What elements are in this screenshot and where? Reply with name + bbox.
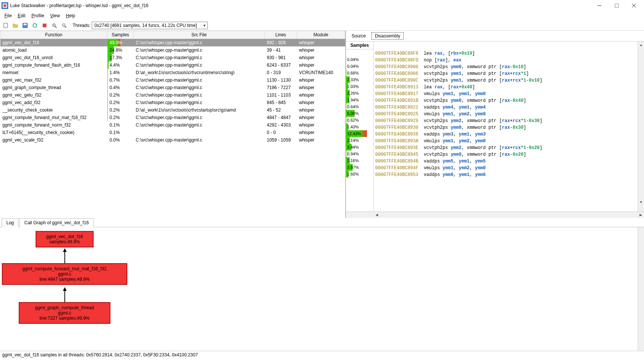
svg-rect-9 [24,24,27,25]
asm-line[interactable]: 00007FFE40BC88FD nop [rax], eax [375,58,636,64]
svg-marker-22 [63,287,67,291]
asm-line[interactable]: 00007FFE40BC8921 vaddps ymm4, ymm1, ymm4 [375,105,636,112]
samples-header: Samples [346,42,373,49]
asm-line[interactable]: 00007FFE40BC893A vmulps ymm1, ymm2, ymm0 [375,139,636,145]
table-row[interactable]: ggml_vec_dot_f1649.9%C:\src\whisper.cpp-… [0,39,345,47]
open-icon[interactable] [11,21,19,30]
call-graph[interactable]: ggml_vec_dot_f16 samples:49.9% ggml_comp… [0,227,644,351]
sample-pct: 1.60% [346,171,373,177]
sample-pct: 3.97% [346,164,373,171]
table-row[interactable]: __security_check_cookie0.2%D:\a\_work\1\… [0,106,345,114]
asm-line[interactable]: 00007FFE40BC890C vcvtph2ps ymm1, xmmword… [375,78,636,85]
table-row[interactable]: ggml_graph_compute_thread0.4%C:\src\whis… [0,84,345,91]
table-row[interactable]: ggml_vec_scale_f320.0%C:\src\whisper.cpp… [0,136,345,144]
sample-pct: 0.68% [346,70,373,76]
title-bar: Luke Stackwalker - profilertarget.lsp - … [0,0,644,11]
sample-pct: 5.08% [346,110,373,117]
col-lines[interactable]: Lines [265,31,297,39]
menu-edit[interactable]: Edit [15,12,28,19]
app-icon [1,2,8,9]
asm-line[interactable]: 00007FFE40BC8929 vcvtph2ps ymm2, xmmword… [375,118,636,125]
vertical-scrollbar[interactable]: ▲ ▼ [638,42,644,212]
table-row[interactable]: atomic_load24.8%C:\src\whisper.cpp-maste… [0,46,345,54]
window-title: Luke Stackwalker - profilertarget.lsp - … [10,3,591,8]
svg-rect-4 [615,4,619,7]
col-samples[interactable]: Samples [107,31,134,39]
svg-line-13 [55,26,57,28]
menu-file[interactable]: File [1,12,15,19]
menu-bar: File Edit Profile View Help [0,11,644,20]
save-icon[interactable] [21,21,29,30]
graph-node-caller1[interactable]: ggml_compute_forward_mul_mat_f16_f32 ggm… [2,263,127,285]
table-row[interactable]: memset1.4%D:\a\_work\1\s\src\vctools\crt… [0,69,345,76]
table-row[interactable]: ggml_vec_dot_f16_unroll17.3%C:\src\whisp… [0,54,345,61]
sample-pct: 0.62% [346,117,373,124]
asm-line[interactable]: 00007FFE40BC8953 vaddps ymm6, ymm1, ymm6 [375,172,636,179]
sample-pct: 0.64% [346,103,373,110]
sample-pct: 2.33% [346,76,373,83]
function-list-pane: Function Samples Src File Lines Module g… [0,31,346,218]
sample-pct: 12.43% [346,130,373,137]
samples-column: Samples 0.04%0.04%0.68%2.33%1.03%2.26%1.… [346,42,374,212]
col-module[interactable]: Module [297,31,345,39]
horizontal-scrollbar[interactable]: ◀▶ [346,212,644,218]
stop-icon[interactable] [40,21,49,30]
graph-vertical-scrollbar[interactable] [638,227,644,351]
table-row[interactable]: ggml_vec_add_f320.2%C:\src\whisper.cpp-m… [0,99,345,106]
refresh-icon[interactable] [31,21,39,30]
table-row[interactable]: ggml_compute_forward_norm_f320.1%C:\src\… [0,121,345,129]
asm-line[interactable]: 00007FFE40BC8913 lea rax, [rax+0x40] [375,85,636,91]
asm-line[interactable]: 00007FFE40BC8900 vcvtph2ps ymm0, xmmword… [375,64,636,71]
sample-pct: 3.44% [346,144,373,150]
sample-pct [346,49,373,56]
table-row[interactable]: ggml_vec_max_f320.7%C:\src\whisper.cpp-m… [0,76,345,84]
asm-line[interactable]: 00007FFE40BC8936 vaddps ymm3, ymm1, ymm3 [375,132,636,139]
tab-source[interactable]: Source [348,32,369,40]
function-table[interactable]: Function Samples Src File Lines Module g… [0,31,345,144]
asm-line[interactable]: 00007FFE40BC88F9 lea rax, [rbx+0x10] [375,51,636,58]
asm-line[interactable]: 00007FFE40BC891B vcvtph2ps ymm0, xmmword… [375,98,636,105]
graph-node-caller2[interactable]: ggml_graph_compute_thread ggml.c line:72… [19,302,110,324]
menu-profile[interactable]: Profile [28,12,47,19]
status-bar: ggml_vec_dot_f16 samples in all threads:… [0,351,644,359]
sample-pct: 2.14% [346,137,373,144]
threads-dropdown[interactable]: 0x2740 [4681 samples, 14 funcs, 41.22s C… [92,22,208,29]
asm-line[interactable]: 00007FFE40BC894B vaddps ymm5, ymm1, ymm5 [375,159,636,165]
disassembly-listing[interactable]: 00007FFE40BC88F9 lea rax, [rbx+0x10]0000… [374,42,638,212]
asm-line[interactable]: 00007FFE40BC8906 vcvtph2ps ymm1, xmmword… [375,71,636,78]
table-row[interactable]: ILT+6145(__security_check_cookie)0.1%0 -… [0,129,345,136]
maximize-button[interactable] [608,0,625,11]
asm-line[interactable]: 00007FFE40BC893E vcvtph2ps ymm2, xmmword… [375,145,636,152]
bottom-tabs: Log Call Graph of ggml_vec_dot_f16 [0,218,644,227]
close-button[interactable] [625,0,643,11]
disassembly-pane: Source Disassembly Samples 0.04%0.04%0.6… [346,31,644,218]
tab-callgraph[interactable]: Call Graph of ggml_vec_dot_f16 [19,218,94,227]
asm-line[interactable]: 00007FFE40BC8917 vmulps ymm1, ymm1, ymm0 [375,91,636,98]
minimize-button[interactable] [591,0,608,11]
sample-pct: 2.16% [346,157,373,164]
sample-pct: 0.94% [346,150,373,157]
tab-log[interactable]: Log [1,218,19,227]
graph-node-root[interactable]: ggml_vec_dot_f16 samples:49.9% [36,231,94,247]
asm-line[interactable]: 00007FFE40BC8945 vcvtph2ps ymm0, xmmword… [375,152,636,159]
asm-line[interactable]: 00007FFE40BC894F vmulps ymm1, ymm2, ymm0 [375,165,636,172]
menu-help[interactable]: Help [63,12,78,19]
new-icon[interactable] [1,21,10,30]
col-srcfile[interactable]: Src File [134,31,265,39]
sample-pct: 0.04% [346,56,373,63]
sample-pct: 1.43% [346,124,373,130]
asm-line[interactable]: 00007FFE40BC8930 vcvtph2ps ymm0, xmmword… [375,125,636,132]
menu-view[interactable]: View [47,12,63,19]
threads-label: Threads: [73,23,90,28]
table-row[interactable]: ggml_compute_forward_flash_attn_f164.4%C… [0,61,345,69]
sample-pct: 1.94% [346,97,373,103]
table-row[interactable]: ggml_compute_forward_mul_mat_f16_f320.2%… [0,114,345,121]
col-function[interactable]: Function [0,31,107,39]
asm-line[interactable]: 00007FFE40BC8925 vmulps ymm1, ymm2, ymm0 [375,112,636,118]
svg-line-17 [65,26,66,28]
tab-disassembly[interactable]: Disassembly [371,32,404,40]
zoom-out-icon[interactable] [60,21,68,30]
sample-pct: 2.26% [346,90,373,97]
table-row[interactable]: ggml_vec_gelu_f320.2%C:\src\whisper.cpp-… [0,91,345,99]
zoom-in-icon[interactable] [50,21,58,30]
